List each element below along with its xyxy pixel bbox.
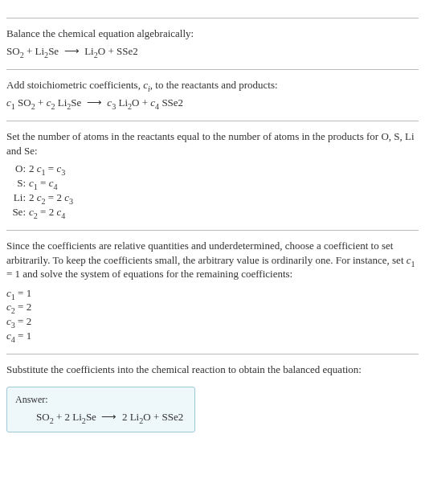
section-substitute: Substitute the coefficients into the che… [6, 354, 419, 432]
coef-line: c4 = 1 [6, 329, 419, 343]
text-intro-3: Set the number of atoms in the reactants… [6, 129, 419, 158]
text-intro-1: Balance the chemical equation algebraica… [6, 27, 419, 41]
balanced-equation: SO2 + 2 Li2Se ⟶ 2 Li2O + SSe2 [15, 411, 183, 424]
text-intro-4: Since the coefficients are relative quan… [6, 239, 419, 281]
row-label: Se: [6, 206, 29, 219]
coef-line: c1 = 1 [6, 286, 419, 301]
coef-line: c2 = 2 [6, 300, 419, 314]
row-equation: c2 = 2 c4 [29, 206, 419, 219]
answer-box: Answer: SO2 + 2 Li2Se ⟶ 2 Li2O + SSe2 [6, 387, 195, 432]
equation-unbalanced: SO2 + Li2Se ⟶ Li2O + SSe2 [6, 44, 419, 59]
row-label: Li: [6, 191, 29, 204]
text-intro-5: Substitute the coefficients into the che… [6, 363, 419, 377]
coef-line: c3 = 2 [6, 314, 419, 329]
section-atom-equations: Set the number of atoms in the reactants… [6, 121, 419, 219]
element-equations-table: O: 2 c1 = c3 S: c1 = c4 Li: 2 c2 = 2 c3 … [6, 162, 419, 219]
answer-label: Answer: [15, 394, 183, 406]
row-label: O: [6, 162, 29, 175]
section-balance-intro: Balance the chemical equation algebraica… [6, 18, 419, 58]
text-intro-2: Add stoichiometric coefficients, ci, to … [6, 78, 419, 92]
section-stoich-coeffs: Add stoichiometric coefficients, ci, to … [6, 69, 419, 109]
row-label: S: [6, 177, 29, 190]
section-solve: Since the coefficients are relative quan… [6, 230, 419, 342]
equation-with-coeffs: c1 SO2 + c2 Li2Se ⟶ c3 Li2O + c4 SSe2 [6, 96, 419, 110]
row-equation: c1 = c4 [29, 177, 419, 190]
coefficient-solutions: c1 = 1 c2 = 2 c3 = 2 c4 = 1 [6, 286, 419, 342]
row-equation: 2 c1 = c3 [29, 162, 419, 175]
row-equation: 2 c2 = 2 c3 [29, 191, 419, 204]
